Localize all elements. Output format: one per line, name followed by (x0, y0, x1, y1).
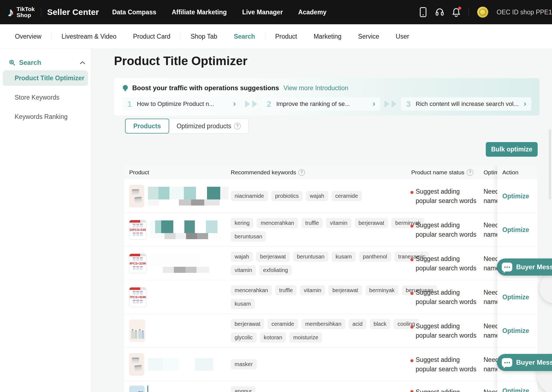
keyword-chip: truffle (275, 285, 297, 295)
search-icon (9, 60, 15, 66)
tiktok-shop-logo[interactable]: ♪ TikTok Shop (8, 6, 35, 18)
status-dot (410, 292, 413, 295)
topnav-live-manager[interactable]: Live Manager (242, 9, 283, 16)
keyword-chip: kering (231, 218, 253, 228)
chat-bubble-icon (502, 358, 512, 367)
headset-support-icon[interactable] (436, 7, 444, 17)
keyword-chip: moisturize (289, 332, 322, 343)
optimize-link[interactable]: Optimize (502, 294, 529, 301)
chat-widget-circle[interactable] (540, 273, 552, 303)
product-image[interactable] (129, 185, 144, 207)
col-action: Action (497, 166, 537, 179)
subnav-product[interactable]: Product (275, 33, 297, 40)
notifications-bell-icon[interactable] (452, 7, 460, 17)
shop-avatar[interactable] (477, 7, 488, 18)
keyword-chip: vitamin (231, 265, 256, 275)
sidebar-item-product-title-optimizer[interactable]: Product Title Optimizer (3, 70, 88, 86)
notification-badge (458, 7, 461, 10)
keyword-chip: berminyak (365, 285, 399, 295)
product-image[interactable]: 10PCS=549K (129, 220, 146, 240)
chevron-up-icon (80, 61, 85, 64)
table-row: 7PCS=459K mencerahkantrufflevitaminberje… (124, 280, 537, 314)
subnav-service[interactable]: Service (358, 33, 379, 40)
keyword-chip: vitamin (300, 285, 325, 295)
chevron-right-icon: › (233, 99, 236, 108)
tab-optimized-products[interactable]: Optimized products? (169, 119, 248, 133)
sidebar-group-search[interactable]: Search (0, 59, 91, 66)
keyword-chip: berjerawat (328, 285, 362, 295)
divider (265, 33, 265, 40)
bulk-optimize-button[interactable]: Bulk optimize (486, 142, 538, 157)
keyword-chip: wajah (306, 191, 328, 201)
product-image[interactable] (129, 319, 145, 342)
help-icon[interactable]: ? (467, 169, 473, 176)
logo-line2: Shop (17, 12, 35, 18)
tab-products[interactable]: Products (125, 119, 169, 134)
optimize-link[interactable]: Optimize (502, 226, 529, 234)
keyword-chip: exfoliating (259, 265, 292, 275)
col-optimization: Optim (484, 166, 499, 179)
table-row: masker Suggest addingpopular search word… (124, 348, 537, 381)
subnav-user[interactable]: User (396, 33, 409, 40)
account-label[interactable]: OEC ID shop PPE1 (497, 9, 552, 16)
status-dot (410, 225, 413, 228)
banner-step-3[interactable]: 3 Rich content will increase search vol.… (401, 97, 531, 111)
banner-headline: Boost your traffic with operations sugge… (132, 84, 279, 92)
sidebar-item-store-keywords[interactable]: Store Keywords (3, 90, 88, 105)
keyword-chip: beruntusan (293, 252, 328, 262)
keyword-chip: masker (231, 359, 257, 369)
mobile-app-icon[interactable] (419, 7, 427, 17)
optimize-link[interactable]: Optimize (502, 193, 529, 200)
logo-line1: TikTok (17, 6, 35, 12)
bulb-icon (123, 85, 128, 91)
topnav-data-compass[interactable]: Data Compass (112, 9, 156, 16)
table-row: niacinamideprobioticswajahceramide Sugge… (124, 179, 537, 213)
divider (41, 7, 41, 17)
table-row: berjerawatceramidemembersihkanacidblackc… (124, 314, 537, 348)
optimize-link[interactable]: Optimize (502, 387, 529, 392)
status-dot (410, 326, 413, 329)
col-status: Product name status (411, 169, 465, 176)
optimize-link[interactable]: Optimize (502, 327, 529, 335)
subnav-overview[interactable]: Overview (15, 33, 41, 40)
banner-step-1[interactable]: 1 How to Optimize Product n... › (122, 97, 241, 111)
keyword-chip: berjerawat (231, 319, 264, 329)
product-image[interactable]: 7PCS=459K (129, 287, 146, 307)
table-row: 10PCS=549K keringmencerahkantrufflevitam… (124, 213, 537, 247)
subnav-product-card[interactable]: Product Card (133, 33, 171, 40)
status-dot (410, 390, 413, 392)
product-image[interactable] (129, 353, 144, 376)
keyword-chip: vitamin (326, 218, 351, 228)
product-image[interactable]: 4PCS=329K (129, 254, 146, 273)
product-image[interactable]: 5X CERAMIDE (129, 386, 145, 392)
buyer-message-button[interactable]: Buyer Message (497, 258, 552, 276)
view-more-introduction-link[interactable]: View more Introduction (283, 84, 348, 92)
products-table: Product Recommended keywords? Product na… (124, 166, 537, 392)
buyer-message-button[interactable]: Buyer Message (497, 354, 552, 371)
seller-center-app: ♪ TikTok Shop Seller Center Data Compass… (0, 0, 552, 392)
topnav-affiliate-marketing[interactable]: Affiliate Marketing (172, 9, 227, 16)
banner-step-2[interactable]: 2 Improve the ranking of se... › (262, 97, 380, 111)
intro-banner: Boost your traffic with operations sugge… (114, 78, 540, 116)
help-icon[interactable]: ? (234, 123, 241, 129)
subnav-livestream-video[interactable]: Livestream & Video (62, 33, 116, 40)
topnav-academy[interactable]: Academy (298, 9, 327, 16)
subnav-marketing[interactable]: Marketing (314, 33, 341, 40)
table-header: Product Recommended keywords? Product na… (124, 166, 537, 179)
divider (51, 33, 52, 40)
status-dot (410, 191, 413, 194)
censored-product-name (150, 220, 221, 239)
subnav-search[interactable]: Search (234, 33, 255, 40)
keyword-chip: berjerawat (355, 218, 388, 228)
help-icon[interactable]: ? (298, 169, 305, 176)
censored-product-name (148, 187, 229, 206)
chevron-right-icon: › (524, 99, 526, 108)
subnav-shop-tab[interactable]: Shop Tab (190, 33, 217, 40)
keyword-chip: panthenol (359, 252, 391, 262)
chat-bubble-icon (502, 263, 512, 271)
top-bar: ♪ TikTok Shop Seller Center Data Compass… (0, 0, 552, 24)
scrollbar-thumb[interactable] (549, 129, 551, 199)
sidebar-item-keywords-ranking[interactable]: Keywords Ranking (3, 109, 88, 124)
keyword-chip: kotoran (260, 332, 286, 343)
keyword-chip: berjerawat (256, 252, 290, 262)
